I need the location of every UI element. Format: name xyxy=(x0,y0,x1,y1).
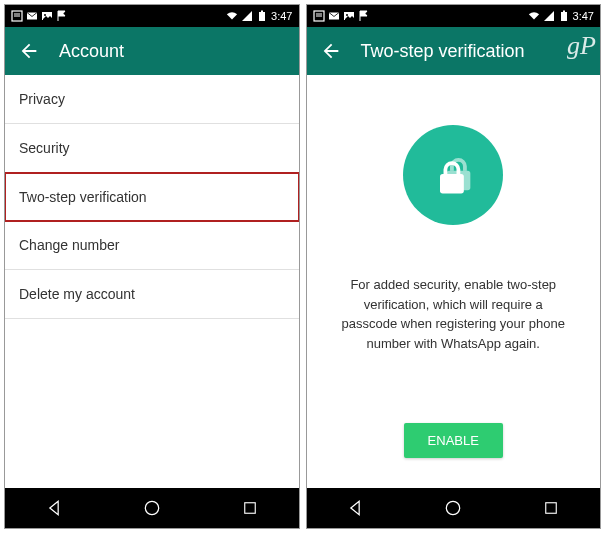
verification-description: For added security, enable two-step veri… xyxy=(327,275,581,353)
app-bar: Two-step verification xyxy=(307,27,601,75)
app-bar: Account xyxy=(5,27,299,75)
status-left-icons xyxy=(313,10,370,22)
status-time: 3:47 xyxy=(573,10,594,22)
notification-icon xyxy=(313,10,325,22)
svg-point-8 xyxy=(145,501,158,514)
wifi-icon xyxy=(226,10,238,22)
lock-icon xyxy=(403,125,503,225)
status-time: 3:47 xyxy=(271,10,292,22)
signal-icon xyxy=(241,10,253,22)
list-item-security[interactable]: Security xyxy=(5,124,299,173)
list-item-change-number[interactable]: Change number xyxy=(5,221,299,270)
list-item-privacy[interactable]: Privacy xyxy=(5,75,299,124)
mail-icon xyxy=(328,10,340,22)
page-title: Account xyxy=(59,41,124,62)
flag-icon xyxy=(358,10,370,22)
phone-account-screen: 3:47 Account Privacy Security Two-step v… xyxy=(4,4,300,529)
notification-icon xyxy=(11,10,23,22)
nav-back-button[interactable] xyxy=(343,496,367,520)
status-right-icons: 3:47 xyxy=(226,10,292,22)
svg-point-5 xyxy=(44,14,46,16)
svg-rect-21 xyxy=(546,503,557,514)
list-item-two-step[interactable]: Two-step verification xyxy=(5,172,299,222)
status-right-icons: 3:47 xyxy=(528,10,594,22)
nav-bar xyxy=(307,488,601,528)
svg-rect-16 xyxy=(561,12,567,21)
svg-point-20 xyxy=(447,501,460,514)
page-title: Two-step verification xyxy=(361,41,525,62)
svg-point-15 xyxy=(346,14,348,16)
mail-icon xyxy=(26,10,38,22)
battery-icon xyxy=(558,10,570,22)
signal-icon xyxy=(543,10,555,22)
svg-rect-6 xyxy=(259,12,265,21)
svg-rect-7 xyxy=(261,11,263,13)
nav-home-button[interactable] xyxy=(441,496,465,520)
back-button[interactable] xyxy=(17,39,41,63)
status-bar: 3:47 xyxy=(5,5,299,27)
enable-button[interactable]: ENABLE xyxy=(404,423,503,458)
status-bar: 3:47 xyxy=(307,5,601,27)
svg-rect-17 xyxy=(563,11,565,13)
status-left-icons xyxy=(11,10,68,22)
phone-verification-screen: 3:47 Two-step verification gP For added … xyxy=(306,4,602,529)
wifi-icon xyxy=(528,10,540,22)
nav-back-button[interactable] xyxy=(42,496,66,520)
nav-recents-button[interactable] xyxy=(539,496,563,520)
photo-icon xyxy=(343,10,355,22)
account-list: Privacy Security Two-step verification C… xyxy=(5,75,299,488)
nav-bar xyxy=(5,488,299,528)
verification-content: For added security, enable two-step veri… xyxy=(307,75,601,488)
photo-icon xyxy=(41,10,53,22)
nav-home-button[interactable] xyxy=(140,496,164,520)
back-button[interactable] xyxy=(319,39,343,63)
nav-recents-button[interactable] xyxy=(238,496,262,520)
svg-rect-19 xyxy=(440,174,464,194)
list-item-delete-account[interactable]: Delete my account xyxy=(5,270,299,319)
battery-icon xyxy=(256,10,268,22)
flag-icon xyxy=(56,10,68,22)
svg-rect-9 xyxy=(244,503,255,514)
